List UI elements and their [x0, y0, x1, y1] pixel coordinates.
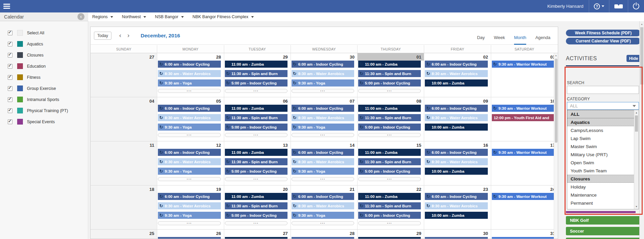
- help-menu-button[interactable]: ?: [589, 0, 609, 12]
- calendar-cell-12[interactable]: 12 ↻ 6:00 am - Indoor Cycling ↻ 8:30 am …: [157, 141, 224, 185]
- event-chip[interactable]: ↻ 8:30 am - Water Aerobics: [292, 202, 354, 209]
- calendar-cell-01[interactable]: 01 ↻ 11:00 am - Zumba ↻ 11:30 am - Spin …: [358, 53, 424, 97]
- event-chip[interactable]: ↻ 11:00 am - Zumba: [225, 61, 287, 68]
- checkbox[interactable]: ✓: [8, 53, 12, 58]
- event-chip[interactable]: ↻ 6:00 am - Indoor Cycling: [292, 149, 354, 156]
- week-fitness-schedule-pdf-button[interactable]: Week Fitness Schedule (PDF): [566, 30, 641, 36]
- calendar-cell-22[interactable]: 22 ↻ 11:00 am - Zumba ↻ 11:30 am - Spin …: [358, 185, 424, 230]
- event-chip[interactable]: ↻ 8:30 am - Water Aerobics: [158, 202, 221, 209]
- event-chip[interactable]: ↻ 11:30 am - Spin and Burn: [225, 70, 287, 77]
- calendar-cell-08[interactable]: 08 ↻ 11:00 am - Zumba ↻ 11:30 am - Spin …: [358, 97, 424, 141]
- page-scrollbar[interactable]: ▲: [639, 21, 644, 239]
- checkbox[interactable]: ✓: [8, 97, 12, 102]
- calendar-cell-17[interactable]: 17 ↻ 9:30 am - Warrior Workout: [491, 141, 558, 185]
- event-chip[interactable]: ↻ 6:00 am - Indoor Cycling: [158, 237, 221, 239]
- more-events-button[interactable]: ...: [158, 177, 221, 181]
- legend-button-soccer[interactable]: Soccer: [566, 227, 641, 235]
- event-chip[interactable]: ↻ 9:30 am - Yoga: [158, 168, 221, 175]
- more-events-button[interactable]: ...: [225, 133, 287, 137]
- calendar-cell-18[interactable]: 18: [91, 185, 157, 230]
- more-events-button[interactable]: ...: [225, 89, 287, 93]
- event-chip[interactable]: ↻ 11:30 am - Spin and Burn: [358, 202, 421, 209]
- event-chip[interactable]: ↻ 11:00 am - Zumba: [225, 149, 287, 156]
- event-chip[interactable]: ↻ 8:30 am - Water Aerobics: [158, 158, 221, 165]
- more-events-button[interactable]: ...: [225, 221, 287, 225]
- more-events-button[interactable]: ...: [158, 133, 221, 137]
- calendar-cell-06[interactable]: 06 ↻ 11:00 am - Zumba ↻ 11:30 am - Spin …: [224, 97, 291, 141]
- event-chip[interactable]: ↻ 9:30 am - Yoga: [292, 79, 354, 87]
- event-chip[interactable]: 12:00 pm - Youth First Aid and: [492, 114, 555, 121]
- event-chip[interactable]: ↻ 9:30 am - Yoga: [292, 124, 354, 131]
- partially-hidden-legend-button[interactable]: [566, 211, 636, 213]
- today-button[interactable]: Today: [94, 32, 111, 40]
- event-chip[interactable]: ↻ 10:00 am - Zumba: [425, 212, 487, 219]
- category-option-permanent[interactable]: Permanent: [567, 199, 639, 207]
- tab-day[interactable]: Day: [477, 35, 485, 45]
- previous-month-icon[interactable]: ‹: [116, 32, 124, 39]
- event-chip[interactable]: ↻ 11:30 am - Spin and Burn: [225, 158, 287, 165]
- category-option-renovations[interactable]: Renovations: [567, 207, 639, 209]
- category-select[interactable]: ALL: [567, 102, 639, 110]
- scroll-down-icon[interactable]: ▼: [634, 205, 639, 208]
- more-events-button[interactable]: ...: [292, 177, 354, 181]
- more-events-button[interactable]: ...: [358, 89, 421, 93]
- checkbox[interactable]: ✓: [8, 64, 12, 69]
- scrollbar-thumb[interactable]: [640, 27, 643, 84]
- calendar-cell-27[interactable]: 27: [91, 53, 157, 97]
- category-option-holiday[interactable]: Holiday: [567, 183, 639, 191]
- event-chip[interactable]: ↻ 5:00 pm - Indoor Cycling: [225, 124, 287, 131]
- event-chip[interactable]: ↻ 8:30 am - Water Aerobics: [158, 70, 221, 77]
- hide-button[interactable]: Hide: [626, 55, 641, 62]
- event-chip[interactable]: ↻ 9:30 am - Warrior Workout: [492, 237, 555, 239]
- category-option-all[interactable]: ALL: [567, 110, 639, 118]
- category-option-lap-swim[interactable]: Lap Swim: [567, 134, 639, 142]
- event-chip[interactable]: ↻ 9:30 am - Yoga: [158, 212, 221, 219]
- category-option-closures[interactable]: Closures: [567, 175, 639, 183]
- hamburger-menu-icon[interactable]: [0, 0, 13, 12]
- tray-button[interactable]: [609, 0, 628, 12]
- event-chip[interactable]: ↻ 9:30 am - Warrior Workout: [492, 149, 555, 156]
- event-chip[interactable]: ↻ 5:00 pm - Indoor Cycling: [225, 79, 287, 87]
- tab-agenda[interactable]: Agenda: [535, 35, 550, 45]
- calendar-cell-11[interactable]: 11: [91, 141, 157, 185]
- event-chip[interactable]: ↻ 8:30 am - Water Aerobics: [292, 158, 354, 165]
- calendar-cell-25[interactable]: 25: [91, 230, 157, 239]
- event-chip[interactable]: ↻ 6:00 am - Indoor Cycling: [292, 105, 354, 112]
- checkbox[interactable]: ✓: [8, 120, 12, 124]
- event-chip[interactable]: ↻ 5:00 pm - Indoor Cycling: [225, 168, 287, 175]
- event-chip[interactable]: ↻ 6:00 am - Indoor Cycling: [158, 193, 221, 200]
- event-chip[interactable]: ↻ 11:00 am - Zumba: [358, 193, 421, 200]
- calendar-cell-28[interactable]: 28 ↻ 6:00 am - Indoor Cycling: [291, 230, 358, 239]
- more-events-button[interactable]: ...: [292, 221, 354, 225]
- filter-nsb-bangor[interactable]: NSB Bangor: [155, 14, 183, 19]
- more-events-button[interactable]: ...: [158, 89, 221, 93]
- event-chip[interactable]: ↻ 6:00 am - Indoor Cycling: [158, 61, 221, 68]
- filter-northwest[interactable]: Northwest: [122, 14, 146, 19]
- event-chip[interactable]: ↻ 6:00 am - Indoor Cycling: [292, 237, 354, 239]
- tab-month[interactable]: Month: [514, 35, 526, 45]
- event-chip[interactable]: ↻ 6:00 am - Indoor Cycling: [292, 61, 354, 68]
- more-events-button[interactable]: ...: [225, 177, 287, 181]
- event-chip[interactable]: ↻ 10:00 am - Zumba: [425, 124, 487, 131]
- event-chip[interactable]: ↻ 11:00 am - Zumba: [225, 193, 287, 200]
- calendar-cell-26[interactable]: 26 ↻ 6:00 am - Indoor Cycling: [157, 230, 224, 239]
- more-events-button[interactable]: ...: [158, 221, 221, 225]
- calendar-cell-29[interactable]: 29 ↻ 11:00 am - Zumba: [358, 230, 424, 239]
- scroll-up-icon[interactable]: ▲: [634, 111, 639, 114]
- event-chip[interactable]: ↻ 8:30 am - Water Aerobics: [292, 114, 354, 121]
- scrollbar-thumb[interactable]: [635, 115, 638, 132]
- event-chip[interactable]: ↻ 6:00 am - Indoor Cycling: [425, 149, 487, 156]
- dropdown-scrollbar[interactable]: ▲ ▼: [634, 110, 639, 209]
- calendar-cell-07[interactable]: 07 ↻ 6:00 am - Indoor Cycling ↻ 8:30 am …: [291, 97, 358, 141]
- event-chip[interactable]: ↻ 5:00 pm - Indoor Cycling: [358, 124, 421, 131]
- category-option-military-use-prt[interactable]: Military Use (PRT): [567, 150, 639, 159]
- event-chip[interactable]: ↻ 11:00 am - Zumba: [225, 105, 287, 112]
- event-chip[interactable]: ↻ 9:30 am - Warrior Workout: [492, 105, 555, 112]
- more-events-button[interactable]: ...: [292, 133, 354, 137]
- event-chip[interactable]: ↻ 11:30 am - Spin and Burn: [358, 70, 421, 77]
- checkbox[interactable]: ✓: [8, 86, 12, 91]
- calendar-cell-05[interactable]: 05 ↻ 6:00 am - Indoor Cycling ↻ 8:30 am …: [157, 97, 224, 141]
- event-chip[interactable]: ↻ 11:00 am - Zumba: [358, 105, 421, 112]
- event-chip[interactable]: ↻ 8:30 am - Water Aerobics: [425, 202, 487, 209]
- calendar-cell-09[interactable]: 09 ↻ 6:00 am - Indoor Cycling ↻ 8:30 am …: [424, 97, 491, 141]
